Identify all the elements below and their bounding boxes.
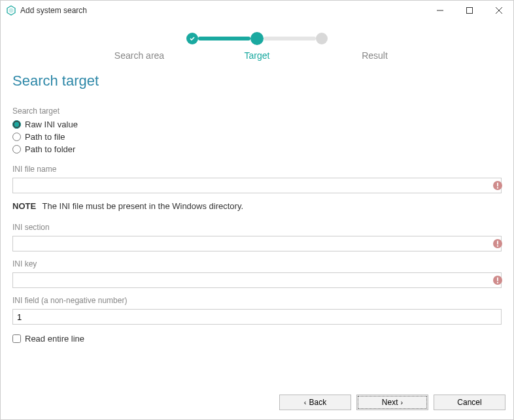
read-entire-line-label: Read entire line [25,334,84,344]
ini-key-row [12,272,502,288]
next-button[interactable]: Next › [356,395,428,410]
minimize-button[interactable] [425,1,454,20]
ini-file-name-row [12,178,502,193]
step-3-circle [316,33,328,44]
read-entire-line-checkbox[interactable]: Read entire line [12,334,502,344]
svg-rect-3 [466,8,472,14]
radio-path-folder-label: Path to folder [25,144,75,154]
ini-file-name-input[interactable] [12,178,502,193]
cancel-button-label: Cancel [457,398,481,407]
note-row: NOTE The INI file must be present in the… [12,201,502,211]
back-button-label: Back [309,398,326,407]
radio-raw-ini[interactable]: Raw INI value [12,120,502,129]
radio-raw-ini-label: Raw INI value [25,120,78,129]
radio-path-folder-input[interactable] [12,145,21,153]
error-icon [492,275,503,285]
ini-section-row [12,236,502,251]
radio-path-file-input[interactable] [12,133,21,141]
ini-file-name-label: INI file name [12,165,502,174]
ini-field-row [12,309,502,325]
svg-point-14 [497,282,498,283]
app-icon [6,5,16,16]
close-button[interactable] [484,1,513,20]
step-line-1 [198,37,250,40]
ini-key-input[interactable] [12,272,502,288]
ini-field-input[interactable] [12,309,502,325]
ini-key-label: INI key [12,259,502,268]
svg-rect-10 [497,241,498,245]
note-text: The INI file must be present in the Wind… [43,201,244,211]
window-title: Add system search [20,6,425,15]
svg-point-8 [497,187,498,189]
step-line-2 [264,37,316,40]
step-label-3: Result [316,50,434,61]
svg-point-11 [497,246,498,247]
step-2-circle [250,32,264,45]
read-entire-line-input[interactable] [12,334,21,343]
back-button[interactable]: ‹ Back [279,395,351,410]
titlebar: Add system search [1,1,513,20]
svg-rect-7 [497,183,498,187]
stepper [12,32,502,45]
error-icon [492,180,503,191]
content-area: Search area Target Result Search target … [1,20,513,391]
step-label-2: Target [198,50,316,61]
check-icon [189,35,196,42]
radio-path-folder[interactable]: Path to folder [12,144,502,154]
ini-field-label: INI field (a non-negative number) [12,296,502,305]
footer: ‹ Back Next › Cancel [1,391,513,419]
radio-path-file[interactable]: Path to file [12,132,502,142]
chevron-right-icon: › [401,398,403,406]
stepper-labels: Search area Target Result [12,50,502,61]
maximize-button[interactable] [454,1,484,20]
ini-section-label: INI section [12,223,502,232]
svg-rect-13 [497,278,498,282]
radio-path-file-label: Path to file [25,132,65,142]
search-target-radio-group: Raw INI value Path to file Path to folde… [12,120,502,157]
step-label-1: Search area [80,50,198,61]
svg-marker-1 [9,8,14,13]
note-prefix: NOTE [12,201,36,211]
page-title: Search target [12,73,502,89]
next-button-label: Next [382,398,398,407]
radio-raw-ini-input[interactable] [12,120,21,129]
cancel-button[interactable]: Cancel [434,395,505,410]
ini-section-input[interactable] [12,236,502,251]
step-1-circle [186,33,198,44]
search-target-label: Search target [12,106,502,116]
chevron-left-icon: ‹ [304,398,307,406]
error-icon [492,238,503,249]
